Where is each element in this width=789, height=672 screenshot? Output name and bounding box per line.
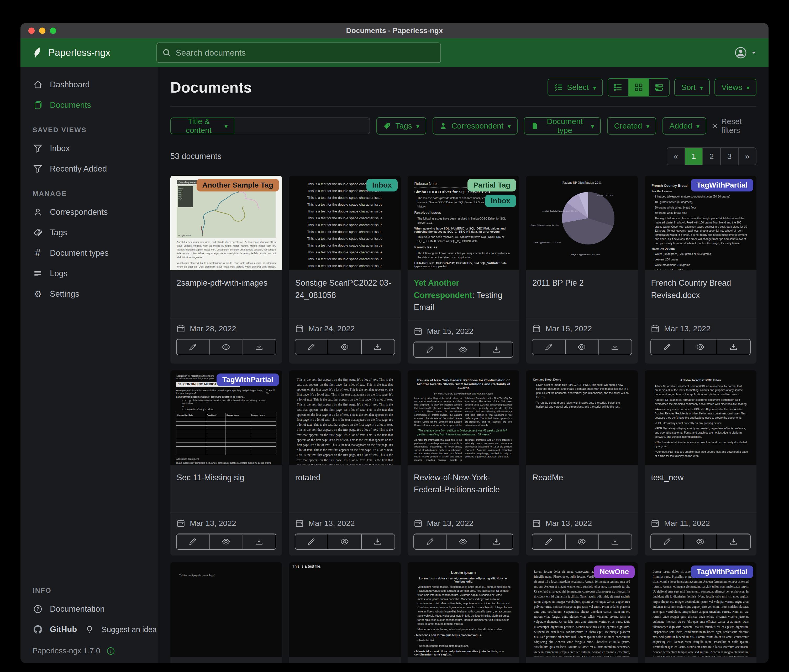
view-document-button[interactable] <box>684 339 717 355</box>
document-title[interactable]: Yet Another Correspondent: Testing Email <box>407 270 519 320</box>
view-document-button[interactable] <box>565 534 599 549</box>
tag-badge[interactable]: TagWithPartial <box>691 565 753 578</box>
edit-document-button[interactable] <box>177 534 209 549</box>
pagination-next[interactable]: » <box>738 148 756 165</box>
document-thumbnail[interactable]: This is a test file. <box>289 562 401 657</box>
search-bar[interactable] <box>157 43 441 63</box>
reset-filters-button[interactable]: × Reset filters <box>712 117 757 135</box>
edit-document-button[interactable] <box>532 534 565 549</box>
sidebar-item-tags[interactable]: Tags <box>21 223 158 243</box>
list-view-button[interactable] <box>608 79 628 96</box>
created-filter-button[interactable]: Created <box>607 117 656 135</box>
tag-badge[interactable]: TagWithPartial <box>217 374 279 386</box>
download-document-button[interactable] <box>717 534 750 549</box>
document-thumbnail[interactable]: This is a multi page document. Page 1. <box>170 562 282 657</box>
sidebar-item-suggest-idea[interactable]: Suggest an idea <box>77 619 157 640</box>
edit-document-button[interactable] <box>177 339 209 355</box>
document-type-filter-button[interactable]: Document type <box>524 117 601 135</box>
sidebar-item-logs[interactable]: Logs <box>21 263 158 284</box>
document-title[interactable]: sample-pdf-download-10-mb-longer-title <box>645 657 757 663</box>
tag-badge[interactable]: TagWithPartial <box>691 179 753 191</box>
minimize-window-icon[interactable] <box>39 27 45 34</box>
document-correspondent[interactable]: Yet Another Correspondent <box>414 278 472 300</box>
edit-document-button[interactable] <box>651 534 684 549</box>
user-menu[interactable] <box>735 46 757 59</box>
document-title[interactable]: multi-page-mixedxx <box>170 657 282 663</box>
document-title[interactable]: rotated <box>289 465 401 513</box>
view-document-button[interactable] <box>684 534 717 549</box>
document-title[interactable]: Newest Correspondent: f_combineds <box>526 657 638 663</box>
document-thumbnail[interactable]: Boundary Waters TripLegend Day 1 Day 2 D… <box>170 176 282 270</box>
added-filter-button[interactable]: Added <box>663 117 706 135</box>
view-document-button[interactable] <box>209 534 243 549</box>
document-thumbnail[interactable]: Lorem ipsum dolor sit amet, consectetur … <box>526 562 638 657</box>
document-thumbnail[interactable]: Lorem ipsumLorem ipsum dolor sit amet, c… <box>407 562 519 657</box>
app-brand[interactable]: Paperless-ngx <box>32 47 110 58</box>
title-content-filter-button[interactable]: Title & content <box>170 118 235 134</box>
close-window-icon[interactable] <box>28 27 35 34</box>
pagination-page-1[interactable]: 1 <box>685 148 703 165</box>
correspondent-filter-button[interactable]: Correspondent <box>433 117 518 135</box>
document-thumbnail[interactable]: Contact Sheet DemoGiven a set of image f… <box>526 370 638 465</box>
document-title[interactable]: Review-of-New-York-Federal-Petitions-art… <box>407 465 519 513</box>
views-button[interactable]: Views <box>714 79 757 96</box>
document-title[interactable]: simple txt file <box>289 657 401 663</box>
document-title[interactable]: French Country Bread Revised.docx <box>645 270 757 318</box>
view-document-button[interactable] <box>446 342 480 357</box>
window-titlebar[interactable]: Documents - Paperless-ngx <box>21 23 768 38</box>
edit-document-button[interactable] <box>651 339 684 355</box>
download-document-button[interactable] <box>480 342 513 357</box>
sidebar-item-inbox[interactable]: Inbox <box>21 138 158 159</box>
sidebar-item-settings[interactable]: ⚙ Settings <box>21 284 158 304</box>
select-button[interactable]: Select <box>548 79 603 96</box>
document-thumbnail[interactable]: Lorem ipsum dolor sit amet, consectetur … <box>645 562 757 657</box>
title-content-filter-input[interactable] <box>235 118 370 134</box>
document-thumbnail[interactable]: This is the text that appears on the fir… <box>289 370 401 465</box>
edit-document-button[interactable] <box>295 534 328 549</box>
tags-filter-button[interactable]: Tags <box>376 117 426 135</box>
sidebar-item-github[interactable]: GitHub <box>21 619 77 640</box>
download-document-button[interactable] <box>599 534 632 549</box>
document-title[interactable]: 2011 BP Pie 2 <box>526 270 638 318</box>
download-document-button[interactable] <box>599 339 632 355</box>
document-title[interactable]: ReadMe <box>526 465 638 513</box>
sort-button[interactable]: Sort <box>674 79 710 96</box>
view-document-button[interactable] <box>328 339 361 355</box>
zoom-window-icon[interactable] <box>50 27 56 34</box>
edit-document-button[interactable] <box>532 339 565 355</box>
tag-badge[interactable]: NewOne <box>594 565 635 578</box>
document-title[interactable]: file-sample_150kBs <box>407 657 519 663</box>
edit-document-button[interactable] <box>414 534 447 549</box>
download-document-button[interactable] <box>361 534 394 549</box>
view-document-button[interactable] <box>328 534 361 549</box>
sidebar-item-documentation[interactable]: ? Documentation <box>21 599 158 619</box>
view-document-button[interactable] <box>565 339 599 355</box>
info-circle-icon[interactable]: i <box>107 647 115 655</box>
tag-badge[interactable]: Partial Tag <box>468 179 516 191</box>
pagination-page-2[interactable]: 2 <box>703 148 720 165</box>
document-title[interactable]: Sonstige ScanPC2022 03-24_081058 <box>289 270 401 318</box>
view-document-button[interactable] <box>446 534 480 549</box>
sidebar-item-documents[interactable]: Documents <box>21 95 158 115</box>
sidebar-item-correspondents[interactable]: Correspondents <box>21 202 158 223</box>
document-thumbnail[interactable]: Patient BP Distribution 2011Normal, 150,… <box>526 176 638 270</box>
document-title[interactable]: Sec 11-Missing sig <box>170 465 282 513</box>
document-title[interactable]: 2sample-pdf-with-images <box>170 270 282 318</box>
download-document-button[interactable] <box>480 534 513 549</box>
document-title[interactable]: test_new <box>645 465 757 513</box>
document-thumbnail[interactable]: This is a test for the double space char… <box>289 176 401 270</box>
download-document-button[interactable] <box>361 339 394 355</box>
sidebar-item-dashboard[interactable]: Dashboard <box>21 75 158 95</box>
sidebar-item-document-types[interactable]: # Document types <box>21 243 158 263</box>
search-input[interactable] <box>175 48 435 58</box>
download-document-button[interactable] <box>243 339 276 355</box>
document-thumbnail[interactable]: Review of New York Federal Petitions for… <box>407 370 519 465</box>
tag-badge[interactable]: Another Sample Tag <box>196 179 279 191</box>
document-thumbnail[interactable]: Adobe Acrobat PDF FilesAdobe® Portable D… <box>645 370 757 465</box>
edit-document-button[interactable] <box>414 342 447 357</box>
view-document-button[interactable] <box>209 339 243 355</box>
download-document-button[interactable] <box>717 339 750 355</box>
sidebar-item-recently-added[interactable]: Recently Added <box>21 159 158 179</box>
grid-view-button[interactable] <box>628 79 648 96</box>
detail-view-button[interactable] <box>648 79 669 96</box>
